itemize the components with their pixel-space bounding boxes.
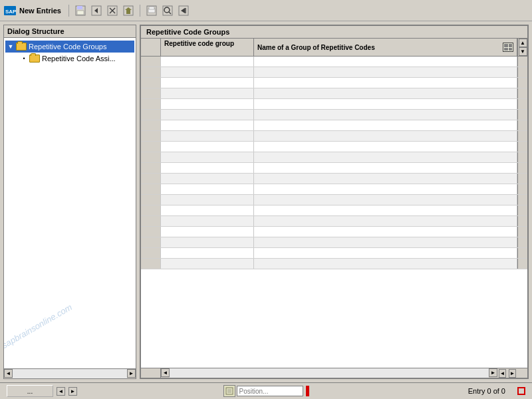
cell-group-15[interactable] <box>161 205 254 215</box>
table-row <box>141 163 527 174</box>
save-icon[interactable] <box>74 4 87 17</box>
status-scroll-right[interactable]: ► <box>68 387 77 396</box>
cell-group-18[interactable] <box>161 237 254 247</box>
cell-scrollbar-17 <box>517 227 527 237</box>
position-end-marker <box>306 386 309 396</box>
cell-name-2[interactable] <box>254 67 517 77</box>
cell-name-5[interactable] <box>254 99 517 109</box>
entry-count-text: Entry 0 of 0 <box>468 387 505 395</box>
cell-name-19[interactable] <box>254 248 517 258</box>
table-config-icon[interactable] <box>503 43 513 52</box>
cell-num-20 <box>141 259 161 269</box>
cell-name-12[interactable] <box>254 174 517 184</box>
cell-name-14[interactable] <box>254 195 517 205</box>
cell-group-8[interactable] <box>161 131 254 141</box>
exit-icon[interactable] <box>106 4 119 17</box>
cell-group-7[interactable] <box>161 120 254 130</box>
left-scroll-track[interactable] <box>13 369 127 378</box>
scroll-up-btn[interactable]: ▲ <box>519 39 527 47</box>
cell-name-6[interactable] <box>254 110 517 120</box>
h-scroll-right-btn[interactable]: ► <box>489 368 497 377</box>
h-scrollbar[interactable]: ◄ ► ◄ ► <box>141 368 527 378</box>
status-left: ... ◄ ► <box>7 385 133 397</box>
cell-group-3[interactable] <box>161 78 254 88</box>
cell-group-16[interactable] <box>161 216 254 226</box>
scroll-down-btn[interactable]: ▼ <box>519 47 527 56</box>
cell-num-6 <box>141 110 161 120</box>
cell-group-12[interactable] <box>161 174 254 184</box>
toolbar: SAP New Entries <box>0 0 532 21</box>
cell-group-5[interactable] <box>161 99 254 109</box>
cell-name-7[interactable] <box>254 120 517 130</box>
h-scroll-track[interactable] <box>170 368 489 378</box>
h-scroll-end-btns[interactable]: ◄ ► <box>497 368 517 378</box>
table-panel-header: Repetitive Code Groups <box>141 26 527 39</box>
find-icon[interactable] <box>161 4 174 17</box>
cell-group-2[interactable] <box>161 67 254 77</box>
cell-name-16[interactable] <box>254 216 517 226</box>
h-scroll-last-btn[interactable]: ► <box>509 369 516 378</box>
cell-name-15[interactable] <box>254 205 517 215</box>
svg-rect-4 <box>77 11 84 15</box>
cell-scrollbar-16 <box>517 216 527 226</box>
table-row <box>141 131 527 142</box>
cell-name-3[interactable] <box>254 78 517 88</box>
tree-item-repetitive-code-groups[interactable]: ▼ Repetitive Code Groups <box>5 41 134 53</box>
table-row <box>141 57 527 67</box>
cell-name-8[interactable] <box>254 131 517 141</box>
table-row <box>141 184 527 195</box>
folder-icon-1 <box>16 42 27 51</box>
tree-toggle-expand[interactable]: ▼ <box>7 43 15 51</box>
cell-group-10[interactable] <box>161 152 254 162</box>
cell-name-17[interactable] <box>254 227 517 237</box>
find-next-icon[interactable] <box>177 4 190 17</box>
cell-group-4[interactable] <box>161 88 254 98</box>
cell-group-17[interactable] <box>161 227 254 237</box>
left-scroll-right-btn[interactable]: ► <box>127 369 136 378</box>
status-scroll-left[interactable]: ◄ <box>57 387 65 396</box>
cell-name-13[interactable] <box>254 184 517 194</box>
h-scroll-left-btn[interactable]: ◄ <box>161 368 170 377</box>
left-panel-scrollbar[interactable]: ◄ ► <box>4 368 136 378</box>
table-icon-cell-1 <box>504 44 508 47</box>
cell-scrollbar-9 <box>517 142 527 152</box>
cell-scrollbar-2 <box>517 67 527 77</box>
back-icon[interactable] <box>90 4 103 17</box>
h-scroll-first-btn[interactable]: ◄ <box>499 369 506 378</box>
cell-group-1[interactable] <box>161 57 254 66</box>
left-scroll-left-btn[interactable]: ◄ <box>4 369 13 378</box>
entry-count-area: Entry 0 of 0 <box>399 387 525 395</box>
table-row <box>141 195 527 205</box>
table-icon-cell-3 <box>504 48 508 51</box>
cell-group-19[interactable] <box>161 248 254 258</box>
cell-scrollbar-4 <box>517 88 527 98</box>
col-group-header: Repetitive code group <box>161 39 254 56</box>
print-icon[interactable] <box>145 4 158 17</box>
cell-name-9[interactable] <box>254 142 517 152</box>
cell-name-1[interactable] <box>254 57 517 66</box>
cell-group-13[interactable] <box>161 184 254 194</box>
cell-name-18[interactable] <box>254 237 517 247</box>
cell-scrollbar-5 <box>517 99 527 109</box>
cell-group-9[interactable] <box>161 142 254 152</box>
table-row <box>141 120 527 131</box>
tree-item-repetitive-code-assignments[interactable]: • Repetitive Code Assi... <box>5 53 134 65</box>
cancel-icon[interactable] <box>122 4 135 17</box>
cell-group-11[interactable] <box>161 163 254 173</box>
status-dots-btn[interactable]: ... <box>7 385 53 397</box>
position-input[interactable] <box>237 386 303 396</box>
cell-name-20[interactable] <box>254 259 517 269</box>
table-row <box>141 67 527 78</box>
cell-name-11[interactable] <box>254 163 517 173</box>
col-name-header: Name of a Group of Repetitive Codes <box>254 39 517 56</box>
tree-area: ▼ Repetitive Code Groups • Repetitive Co… <box>4 38 136 371</box>
cell-name-4[interactable] <box>254 88 517 98</box>
cell-group-6[interactable] <box>161 110 254 120</box>
cell-name-10[interactable] <box>254 152 517 162</box>
table-row <box>141 248 527 259</box>
table-row <box>141 227 527 237</box>
cell-group-20[interactable] <box>161 259 254 269</box>
cell-group-14[interactable] <box>161 195 254 205</box>
v-scrollbar[interactable]: ▲ ▼ <box>517 39 527 56</box>
cell-scrollbar-6 <box>517 110 527 120</box>
